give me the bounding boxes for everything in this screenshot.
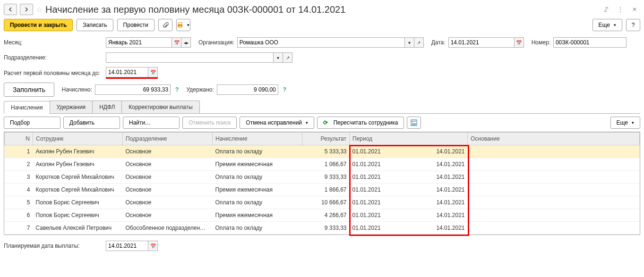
tab-corrections[interactable]: Корректировки выплаты [121,101,199,113]
cell-result: 5 333,33 [302,145,350,158]
help-button[interactable]: ? [626,19,640,31]
col-result[interactable]: Результат [302,133,350,145]
org-dropdown-icon[interactable]: ▾ [405,37,414,48]
cell-basis [468,158,640,171]
cell-accrual: Оплата по окладу [213,171,302,184]
dept-open-icon[interactable]: ↗ [283,52,292,63]
cell-employee: Попов Борис Сергеевич [33,209,123,222]
table-row[interactable]: 6Попов Борис СергеевичОсновноеПремия еже… [5,209,640,222]
svg-rect-4 [412,121,413,122]
month-stepper[interactable]: ◂▸ [181,37,191,48]
find-button[interactable]: Найти... [123,117,180,129]
select-button[interactable]: Подбор [4,117,60,129]
kebab-menu-icon[interactable]: ⋮ [615,4,626,15]
table-row[interactable]: 5Попов Борис СергеевичОсновноеОплата по … [5,196,640,209]
tab-ndfl[interactable]: НДФЛ [92,101,122,113]
print-button[interactable]: ▾ [176,19,190,31]
tab-accruals[interactable]: Начисления [4,101,50,114]
table-row[interactable]: 3Коротков Сергей МихайловичОсновноеОплат… [5,171,640,184]
recalc-employee-button[interactable]: ⟳ Пересчитать сотрудника [317,117,404,129]
planned-date-calendar-icon[interactable]: 📅 [148,241,158,251]
cell-department: Основное [123,184,213,196]
cell-n: 3 [5,171,33,184]
table-row[interactable]: 7Савельев Алексей ПетровичОбособленное п… [5,222,640,235]
cell-n: 5 [5,196,33,209]
attachment-button[interactable] [158,19,172,31]
cell-basis [468,196,640,209]
cell-period: 01.01.202114.01.2021 [350,145,468,158]
cell-result: 10 666,67 [302,196,350,209]
svg-rect-0 [178,23,182,25]
org-input[interactable] [237,37,405,48]
cancel-search-button[interactable]: Отменить поиск [182,117,237,129]
cell-employee: Акопян Рубен Гезевич [33,145,123,158]
table-more-button[interactable]: Еще▾ [610,117,640,129]
number-input[interactable] [553,37,627,48]
add-button[interactable]: Добавить [63,117,120,129]
calc-until-calendar-icon[interactable]: 📅 [148,67,158,77]
col-period[interactable]: Период [350,133,468,145]
accrued-help-icon[interactable]: ? [175,86,179,93]
cell-n: 4 [5,184,33,196]
dept-dropdown-icon[interactable]: ▾ [274,52,283,63]
favorite-star-icon[interactable]: ☆ [36,5,43,14]
col-department[interactable]: Подразделение [123,133,213,145]
cell-department: Основное [123,196,213,209]
cell-n: 2 [5,158,33,171]
cell-department: Основное [123,145,213,158]
post-button[interactable]: Провести [117,19,155,31]
cell-basis [468,184,640,196]
table-row[interactable]: 1Акопян Рубен ГезевичОсновноеОплата по о… [5,145,640,158]
col-basis[interactable]: Основание [468,133,640,145]
col-employee[interactable]: Сотрудник [33,133,123,145]
withheld-help-icon[interactable]: ? [283,86,286,93]
cell-result: 1 866,67 [302,184,350,196]
withheld-label: Удержано: [186,86,214,93]
org-open-icon[interactable]: ↗ [414,37,424,48]
close-icon[interactable]: ✕ [629,4,640,15]
calendar-icon[interactable]: 📅 [172,37,181,48]
col-accrual[interactable]: Начисление [213,133,302,145]
cell-department: Основное [123,171,213,184]
save-button[interactable]: Записать [77,19,113,31]
tab-bar: Начисления Удержания НДФЛ Корректировки … [4,101,640,114]
month-input[interactable] [106,37,172,48]
dept-input[interactable] [106,52,274,63]
col-n[interactable]: N [5,133,33,145]
cell-accrual: Оплата по окладу [213,222,302,235]
accrued-label: Начислено: [62,86,92,93]
tab-deductions[interactable]: Удержания [50,101,93,113]
cell-period: 01.01.202114.01.2021 [350,196,468,209]
cell-result: 9 333,33 [302,222,350,235]
cell-accrual: Премия ежемесячная [213,209,302,222]
nav-back-button[interactable] [4,4,17,15]
cell-employee: Савельев Алексей Петрович [33,222,123,235]
nav-forward-button[interactable] [20,4,33,15]
planned-date-label: Планируемая дата выплаты: [4,243,103,249]
table-row[interactable]: 4Коротков Сергей МихайловичОсновноеПреми… [5,184,640,196]
cell-n: 1 [5,145,33,158]
post-and-close-button[interactable]: Провести и закрыть [4,19,73,31]
cancel-corrections-button[interactable]: Отмена исправлений▾ [240,117,314,129]
cell-n: 7 [5,222,33,235]
cell-accrual: Премия ежемесячная [213,158,302,171]
cell-basis [468,222,640,235]
cell-n: 6 [5,209,33,222]
svg-rect-2 [179,26,181,27]
link-icon[interactable] [601,4,612,15]
number-label: Номер: [532,39,550,46]
date-calendar-icon[interactable]: 📅 [515,37,524,48]
cell-department: Основное [123,209,213,222]
fill-button[interactable]: Заполнить [4,83,54,97]
withheld-input[interactable] [217,84,278,95]
cell-period: 01.01.202114.01.2021 [350,171,468,184]
date-input[interactable] [448,37,515,48]
card-view-button[interactable] [407,117,421,129]
more-button[interactable]: Еще▾ [592,19,622,31]
planned-date-input[interactable] [106,241,148,251]
calc-until-input[interactable] [106,67,148,77]
table-row[interactable]: 2Акопян Рубен ГезевичОсновноеПремия ежем… [5,158,640,171]
accrued-input[interactable] [95,84,171,95]
cell-period: 01.01.202114.01.2021 [350,158,468,171]
cell-period: 01.01.202114.01.2021 [350,222,468,235]
